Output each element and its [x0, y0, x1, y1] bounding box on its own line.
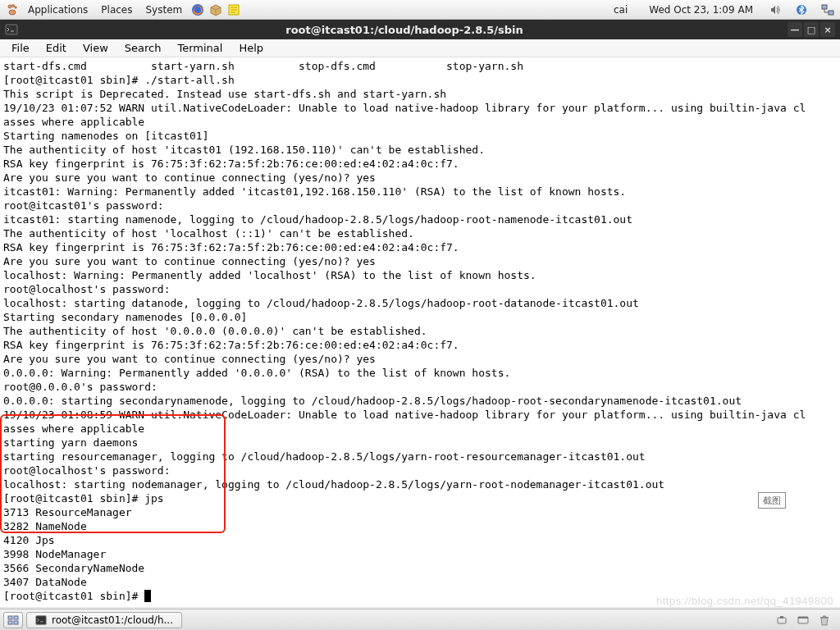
show-desktop-button[interactable] — [3, 612, 23, 628]
tray-icon-2[interactable] — [796, 613, 810, 628]
terminal-line: Starting secondary namenodes [0.0.0.0] — [3, 310, 837, 324]
terminal-line: starting resourcemanager, logging to /cl… — [3, 450, 837, 463]
terminal-line: starting yarn daemons — [3, 436, 837, 450]
menu-terminal[interactable]: Terminal — [169, 40, 231, 56]
terminal-line: Are you sure you want to continue connec… — [3, 254, 837, 268]
minimize-button[interactable]: — — [788, 22, 802, 37]
package-icon[interactable] — [208, 2, 223, 17]
terminal-line: [root@itcast01 sbin]# ./start-all.sh — [3, 73, 837, 87]
close-button[interactable]: × — [820, 22, 835, 37]
terminal-line: RSA key fingerprint is 76:75:3f:62:7a:5f… — [3, 157, 837, 171]
terminal-line: 4120 Jps — [3, 533, 837, 547]
terminal-line: 3713 ResourceManager — [3, 505, 837, 519]
svg-rect-20 — [780, 616, 783, 619]
svg-point-5 — [194, 7, 201, 13]
svg-rect-14 — [8, 616, 12, 619]
svg-rect-11 — [822, 5, 827, 9]
terminal-line: RSA key fingerprint is 76:75:3f:62:7a:5f… — [3, 338, 837, 352]
taskbar-terminal-label: root@itcast01:/cloud/h... — [52, 614, 173, 626]
menu-help[interactable]: Help — [231, 40, 272, 56]
terminal-line: This script is Deprecated. Instead use s… — [3, 87, 837, 101]
terminal-line: asses where applicable — [3, 115, 837, 129]
menu-file[interactable]: File — [3, 40, 38, 56]
terminal-line: localhost: starting nodemanager, logging… — [3, 477, 837, 491]
window-title: root@itcast01:/cloud/hadoop-2.8.5/sbin — [23, 24, 786, 36]
taskbar-terminal-button[interactable]: root@itcast01:/cloud/h... — [26, 612, 182, 628]
terminal-line: 3407 DataNode — [3, 575, 837, 589]
maximize-button[interactable]: □ — [804, 22, 819, 37]
svg-rect-16 — [8, 621, 12, 624]
terminal-line: root@localhost's password: — [3, 463, 837, 477]
terminal-line: The authenticity of host 'localhost (::1… — [3, 226, 837, 240]
watermark: https://blog.csdn.net/qq_41949800 — [656, 595, 833, 607]
svg-rect-19 — [778, 618, 786, 623]
terminal-cursor — [144, 590, 151, 602]
terminal-line: root@itcast01's password: — [3, 199, 837, 212]
svg-point-1 — [12, 4, 15, 7]
terminal-line: root@0.0.0.0's password: — [3, 380, 837, 394]
terminal-line: Are you sure you want to continue connec… — [3, 171, 837, 185]
gnome-foot-icon — [5, 2, 20, 17]
places-menu[interactable]: Places — [94, 2, 139, 18]
tray-icon-1[interactable] — [774, 613, 789, 628]
terminal-line: 0.0.0.0: starting secondarynamenode, log… — [3, 394, 837, 408]
user-menu[interactable]: cai — [605, 4, 636, 16]
terminal-line: 0.0.0.0: Warning: Permanently added '0.0… — [3, 366, 837, 380]
svg-rect-15 — [14, 616, 18, 619]
terminal-line: [root@itcast01 sbin]# jps — [3, 491, 837, 505]
svg-rect-18 — [36, 615, 46, 624]
terminal-line: start-dfs.cmd start-yarn.sh stop-dfs.cmd… — [3, 59, 837, 73]
svg-rect-24 — [823, 615, 826, 617]
terminal-line: itcast01: starting namenode, logging to … — [3, 212, 837, 226]
terminal-line: RSA key fingerprint is 76:75:3f:62:7a:5f… — [3, 240, 837, 254]
terminal-line: 3282 NameNode — [3, 519, 837, 533]
svg-rect-17 — [14, 621, 18, 624]
terminal-line: itcast01: Warning: Permanently added 'it… — [3, 185, 837, 199]
firefox-icon[interactable] — [190, 2, 205, 17]
terminal-line: localhost: starting datanode, logging to… — [3, 296, 837, 310]
applications-menu[interactable]: Applications — [21, 2, 94, 18]
menu-view[interactable]: View — [75, 40, 116, 56]
notes-icon[interactable] — [226, 2, 241, 17]
svg-point-3 — [9, 10, 16, 15]
screenshot-label: 截图 — [758, 492, 786, 509]
top-panel: Applications Places System cai Wed Oct 2… — [0, 0, 840, 20]
menu-search[interactable]: Search — [116, 40, 170, 56]
svg-rect-23 — [820, 617, 829, 619]
terminal-line: 19/10/23 01:07:52 WARN util.NativeCodeLo… — [3, 101, 837, 115]
svg-point-0 — [8, 5, 11, 8]
bottom-panel: root@itcast01:/cloud/h... — [0, 609, 840, 630]
terminal-line: The authenticity of host 'itcast01 (192.… — [3, 143, 837, 157]
svg-rect-12 — [829, 11, 833, 15]
terminal-line: asses where applicable — [3, 422, 837, 436]
terminal-line: 19/10/23 01:08:59 WARN util.NativeCodeLo… — [3, 408, 837, 422]
terminal-line: Are you sure you want to continue connec… — [3, 352, 837, 366]
volume-icon[interactable] — [768, 2, 783, 17]
clock[interactable]: Wed Oct 23, 1:09 AM — [644, 4, 758, 16]
menu-edit[interactable]: Edit — [38, 40, 75, 56]
terminal-line: 3998 NodeManager — [3, 547, 837, 561]
terminal-line: The authenticity of host '0.0.0.0 (0.0.0… — [3, 324, 837, 338]
svg-point-2 — [15, 6, 16, 7]
svg-rect-22 — [798, 617, 808, 619]
svg-rect-13 — [6, 25, 17, 34]
terminal-title-icon — [5, 23, 18, 36]
terminal-line: Starting namenodes on [itcast01] — [3, 129, 837, 143]
trash-icon[interactable] — [817, 613, 832, 628]
terminal-line: localhost: Warning: Permanently added 'l… — [3, 268, 837, 282]
terminal-line: root@localhost's password: — [3, 282, 837, 296]
terminal-line: 3566 SecondaryNameNode — [3, 561, 837, 575]
system-menu[interactable]: System — [139, 2, 189, 18]
terminal-output[interactable]: start-dfs.cmd start-yarn.sh stop-dfs.cmd… — [0, 57, 840, 607]
window-titlebar: root@itcast01:/cloud/hadoop-2.8.5/sbin —… — [0, 20, 840, 39]
network-icon[interactable] — [820, 2, 835, 17]
terminal-menubar: File Edit View Search Terminal Help — [0, 39, 840, 57]
bluetooth-icon[interactable] — [794, 2, 809, 17]
